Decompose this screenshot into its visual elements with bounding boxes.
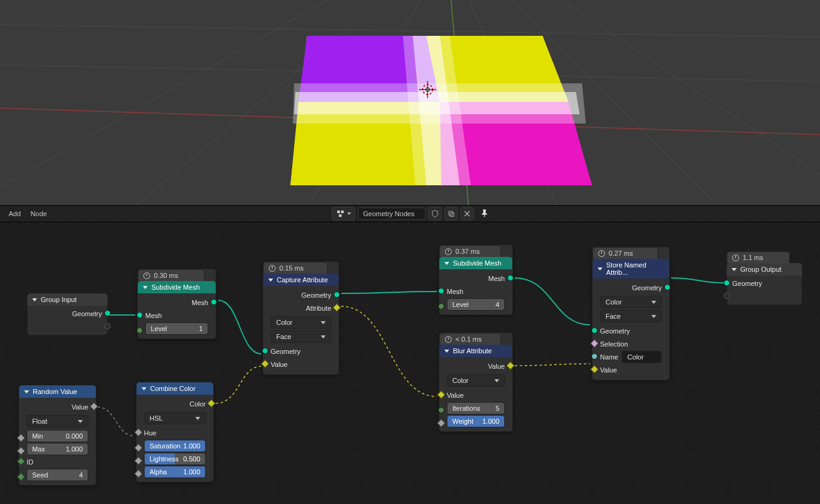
- node-title: Capture Attribute: [277, 276, 328, 284]
- socket-level-in[interactable]: [137, 327, 143, 334]
- nodetree-name-field[interactable]: Geometry Nodes: [358, 208, 426, 220]
- nodetree-browse-button[interactable]: [332, 207, 355, 220]
- socket-label: Mesh: [447, 288, 463, 295]
- socket-hue-in[interactable]: [134, 428, 143, 437]
- nodetree-icon: [336, 209, 345, 218]
- menu-node[interactable]: Node: [26, 208, 52, 220]
- node-combine-color[interactable]: Combine Color Color HSL Hue Saturation1.…: [136, 382, 214, 482]
- saturation-field[interactable]: Saturation1.000: [144, 440, 206, 452]
- name-field[interactable]: Color: [622, 351, 662, 363]
- socket-level-in[interactable]: [438, 303, 444, 309]
- socket-value-in[interactable]: [261, 359, 269, 368]
- node-title: Combine Color: [150, 385, 195, 392]
- socket-min-in[interactable]: [17, 434, 25, 442]
- node-group-input[interactable]: Group Input Geometry: [27, 293, 108, 335]
- domain-select[interactable]: Face: [271, 330, 331, 343]
- seed-field[interactable]: Seed4: [27, 469, 88, 481]
- socket-geometry-in[interactable]: [724, 280, 730, 286]
- svg-rect-28: [450, 213, 454, 217]
- node-store-named-attribute[interactable]: 0.27 ms Store Named Attrib... Geometry C…: [592, 246, 670, 380]
- socket-name-in[interactable]: [591, 353, 598, 359]
- socket-geometry-out[interactable]: [334, 292, 340, 298]
- node-title: Subdivide Mesh: [453, 259, 501, 267]
- socket-label: Geometry: [271, 348, 300, 355]
- socket-mesh-out[interactable]: [211, 299, 217, 305]
- clock-icon: [445, 336, 452, 343]
- timer-label: 0.15 ms: [279, 264, 303, 272]
- socket-virtual-in[interactable]: [724, 293, 730, 299]
- node-title: Group Input: [41, 296, 77, 303]
- timer-label: < 0.1 ms: [455, 335, 482, 343]
- socket-label: Value: [488, 363, 505, 370]
- socket-label: ID: [27, 458, 33, 466]
- lightness-field[interactable]: Lightness0.500: [144, 453, 206, 465]
- socket-label: Geometry: [72, 310, 102, 317]
- socket-iterations-in[interactable]: [438, 407, 444, 413]
- max-field[interactable]: Max1.000: [27, 443, 88, 455]
- datatype-select[interactable]: Color: [600, 296, 662, 308]
- timer-label: 1.1 ms: [743, 254, 763, 261]
- socket-label: Mesh: [192, 299, 208, 306]
- shield-icon[interactable]: [428, 207, 442, 220]
- socket-geometry-in[interactable]: [262, 348, 268, 354]
- datatype-select[interactable]: Float: [27, 415, 88, 427]
- socket-seed-in[interactable]: [17, 472, 25, 481]
- socket-label: Geometry: [732, 280, 762, 287]
- node-capture-attribute[interactable]: 0.15 ms Capture Attribute Geometry Attri…: [263, 261, 339, 375]
- unlink-icon[interactable]: [460, 207, 474, 220]
- socket-value-out[interactable]: [506, 361, 515, 370]
- mode-select[interactable]: HSL: [144, 412, 206, 424]
- socket-mesh-in[interactable]: [438, 288, 444, 294]
- socket-value-in[interactable]: [437, 390, 446, 399]
- socket-geometry-in[interactable]: [591, 327, 598, 334]
- datatype-select[interactable]: Color: [447, 374, 505, 387]
- node-subdivide-mesh-2[interactable]: 0.37 ms Subdivide Mesh Mesh Mesh Level4: [439, 245, 513, 315]
- socket-virtual-out[interactable]: [104, 323, 111, 329]
- socket-label: Value: [600, 366, 617, 374]
- pin-icon[interactable]: [480, 209, 489, 218]
- viewport-3d[interactable]: [0, 0, 820, 205]
- socket-value-in[interactable]: [590, 365, 599, 374]
- min-field[interactable]: Min0.000: [27, 430, 88, 442]
- socket-label: Geometry: [632, 284, 662, 292]
- socket-max-in[interactable]: [17, 447, 25, 455]
- socket-selection-in[interactable]: [590, 339, 599, 348]
- socket-mesh-in[interactable]: [137, 312, 143, 318]
- socket-alpha-in[interactable]: [134, 469, 143, 478]
- alpha-field[interactable]: Alpha1.000: [144, 466, 206, 478]
- weight-field[interactable]: Weight1.000: [447, 415, 505, 427]
- duplicate-icon[interactable]: [444, 207, 458, 220]
- domain-select[interactable]: Face: [600, 310, 662, 322]
- level-field[interactable]: Level4: [447, 298, 505, 311]
- socket-value-out[interactable]: [90, 402, 98, 411]
- node-editor-canvas[interactable]: Group Input Geometry 0.30 ms Subdivide M…: [0, 222, 820, 504]
- svg-rect-26: [339, 214, 341, 217]
- socket-label: Attribute: [306, 304, 331, 312]
- svg-rect-24: [337, 211, 339, 213]
- node-title: Store Named Attrib...: [606, 261, 664, 276]
- datatype-select[interactable]: Color: [271, 316, 331, 329]
- node-subdivide-mesh-1[interactable]: 0.30 ms Subdivide Mesh Mesh Mesh Level1: [137, 269, 216, 339]
- node-blur-attribute[interactable]: < 0.1 ms Blur Attribute Value Color Valu…: [439, 332, 513, 432]
- socket-weight-in[interactable]: [437, 419, 446, 427]
- socket-id-in[interactable]: [17, 457, 25, 466]
- socket-attribute-out[interactable]: [332, 303, 341, 312]
- socket-label: Hue: [144, 429, 156, 437]
- socket-saturation-in[interactable]: [134, 443, 143, 452]
- socket-label: Value: [447, 392, 463, 399]
- node-group-output[interactable]: 1.1 ms Group Output Geometry: [727, 251, 802, 305]
- node-editor-header: Add Node Geometry Nodes: [0, 205, 820, 222]
- iterations-field[interactable]: Iterations5: [447, 402, 505, 414]
- level-field[interactable]: Level1: [145, 322, 208, 335]
- socket-geometry-out[interactable]: [664, 284, 670, 290]
- menu-add[interactable]: Add: [4, 208, 26, 220]
- svg-rect-25: [340, 211, 343, 213]
- socket-geometry-out[interactable]: [104, 310, 111, 316]
- node-random-value[interactable]: Random Value Value Float Min0.000 Max1.0…: [19, 385, 96, 485]
- timer-label: 0.30 ms: [154, 272, 178, 279]
- socket-label: Value: [72, 403, 88, 411]
- socket-color-out[interactable]: [207, 399, 216, 408]
- socket-lightness-in[interactable]: [134, 456, 143, 465]
- socket-mesh-out[interactable]: [507, 275, 514, 281]
- clock-icon: [269, 265, 276, 272]
